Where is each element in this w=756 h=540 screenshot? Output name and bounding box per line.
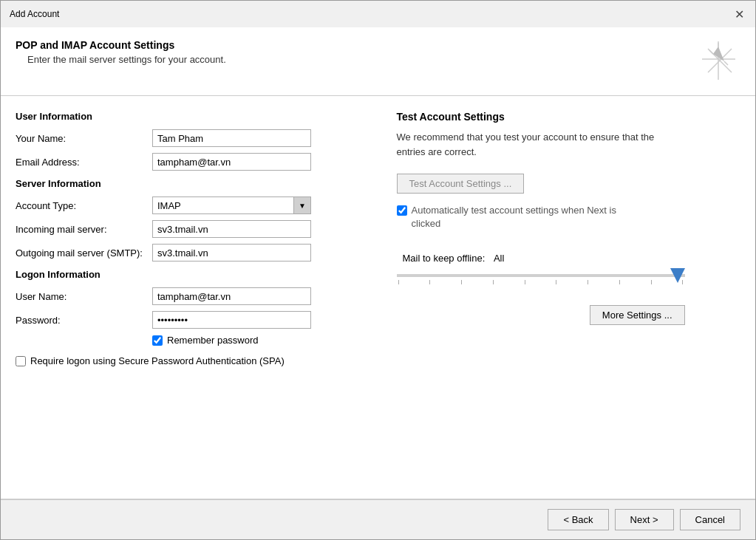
remember-password-checkbox[interactable] — [152, 335, 163, 346]
user-name-label: User Name: — [16, 291, 152, 302]
slider-tick-1 — [398, 280, 399, 284]
outgoing-mail-label: Outgoing mail server (SMTP): — [16, 247, 152, 259]
auto-test-label: Automatically test account settings when… — [412, 204, 648, 230]
spa-label: Require logon using Secure Password Auth… — [30, 355, 285, 368]
slider-ticks — [397, 280, 685, 284]
cancel-button[interactable]: Cancel — [680, 509, 740, 530]
user-information-section-title: User Information — [16, 111, 360, 122]
slider-tick-9 — [651, 280, 652, 284]
left-panel: User Information Your Name: Email Addres… — [16, 111, 360, 484]
add-account-dialog: Add Account ✕ POP and IMAP Account Setti… — [0, 0, 756, 540]
wizard-icon — [696, 39, 740, 83]
spa-row: Require logon using Secure Password Auth… — [16, 355, 360, 368]
mail-offline-section: Mail to keep offline: All — [397, 253, 741, 284]
header-section: POP and IMAP Account Settings Enter the … — [1, 27, 755, 96]
email-address-label: Email Address: — [16, 157, 152, 168]
outgoing-mail-row: Outgoing mail server (SMTP): — [16, 244, 360, 262]
svg-line-6 — [724, 61, 728, 65]
dialog-title: Add Account — [10, 9, 59, 19]
password-label: Password: — [16, 315, 152, 326]
test-account-settings-title: Test Account Settings — [397, 111, 741, 123]
slider-tick-7 — [588, 280, 588, 284]
mail-offline-slider-container — [397, 274, 685, 284]
your-name-label: Your Name: — [16, 133, 152, 144]
spa-checkbox[interactable] — [16, 356, 26, 366]
auto-test-row: Automatically test account settings when… — [397, 204, 741, 230]
remember-password-label: Remember password — [167, 335, 259, 346]
header-text: POP and IMAP Account Settings Enter the … — [16, 39, 226, 65]
account-type-select-wrapper: IMAP POP3 ▼ — [152, 196, 311, 214]
slider-fill — [397, 274, 685, 277]
password-row: Password: — [16, 311, 360, 329]
header-title: POP and IMAP Account Settings — [16, 39, 226, 51]
incoming-mail-input[interactable] — [152, 220, 311, 238]
mail-offline-value: All — [494, 253, 504, 264]
test-account-desc: We recommend that you test your account … — [397, 130, 670, 159]
title-bar: Add Account ✕ — [1, 1, 755, 27]
slider-tick-8 — [619, 280, 620, 284]
bottom-bar: < Back Next > Cancel — [1, 499, 755, 539]
password-input[interactable] — [152, 311, 311, 329]
slider-tick-2 — [429, 280, 430, 284]
slider-tick-10 — [682, 280, 683, 284]
auto-test-checkbox[interactable] — [397, 205, 407, 216]
user-name-input[interactable] — [152, 287, 311, 305]
incoming-mail-row: Incoming mail server: — [16, 220, 360, 238]
more-settings-button[interactable]: More Settings ... — [590, 305, 685, 325]
main-content: User Information Your Name: Email Addres… — [1, 96, 755, 499]
header-subtitle: Enter the mail server settings for your … — [27, 54, 226, 65]
back-button[interactable]: < Back — [548, 509, 608, 530]
slider-tick-4 — [493, 280, 494, 284]
account-type-row: Account Type: IMAP POP3 ▼ — [16, 196, 360, 214]
slider-tick-5 — [525, 280, 525, 284]
right-panel: Test Account Settings We recommend that … — [382, 111, 741, 484]
mail-offline-label: Mail to keep offline: All — [397, 253, 741, 264]
your-name-row: Your Name: — [16, 129, 360, 147]
test-account-settings-button[interactable]: Test Account Settings ... — [397, 174, 525, 194]
slider-track — [397, 274, 685, 277]
email-address-row: Email Address: — [16, 153, 360, 171]
incoming-mail-label: Incoming mail server: — [16, 224, 152, 235]
email-address-input[interactable] — [152, 153, 311, 171]
remember-password-row: Remember password — [152, 335, 360, 346]
server-information-section-title: Server Information — [16, 178, 360, 189]
account-type-select[interactable]: IMAP POP3 — [152, 196, 311, 214]
slider-tick-6 — [556, 280, 556, 284]
outgoing-mail-input[interactable] — [152, 244, 311, 262]
user-name-row: User Name: — [16, 287, 360, 305]
account-type-label: Account Type: — [16, 200, 152, 211]
logon-information-section-title: Logon Information — [16, 269, 360, 280]
slider-tick-3 — [461, 280, 462, 284]
svg-line-7 — [709, 50, 713, 54]
your-name-input[interactable] — [152, 129, 311, 147]
next-button[interactable]: Next > — [615, 509, 674, 530]
close-button[interactable]: ✕ — [732, 7, 746, 21]
